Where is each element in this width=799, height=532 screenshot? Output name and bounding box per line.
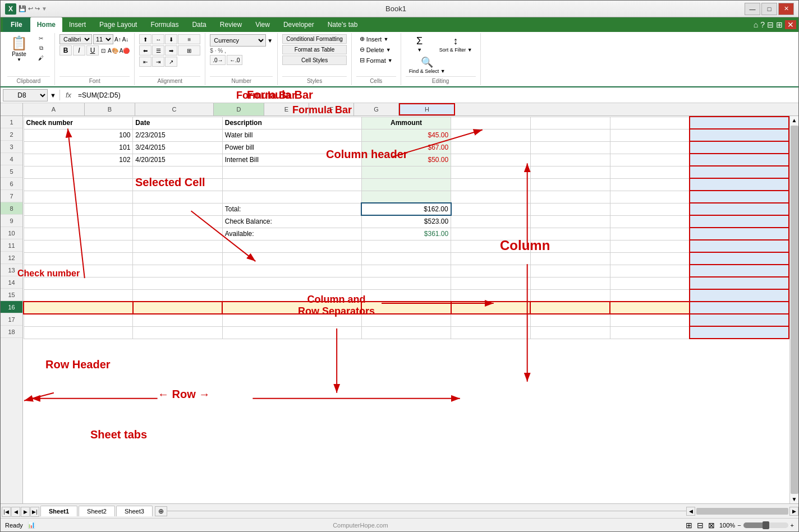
cell-d2[interactable]: $45.00	[361, 129, 451, 141]
cell-c3[interactable]: Power bill	[222, 141, 361, 154]
zoom-minus-btn[interactable]: −	[737, 522, 741, 529]
find-select-btn[interactable]: 🔍 Find & Select ▼	[406, 55, 449, 75]
cell-f1[interactable]	[530, 117, 610, 129]
font-size-select[interactable]: 11	[93, 34, 113, 44]
horizontal-scrollbar[interactable]: ◀ ▶	[686, 507, 798, 516]
row-num-3[interactable]: 3	[1, 141, 22, 153]
minimize-ribbon-icon[interactable]: ⊟	[767, 20, 774, 29]
formula-input[interactable]	[76, 90, 796, 100]
cell-e3[interactable]	[451, 141, 531, 154]
cell-h8[interactable]	[690, 203, 789, 215]
cell-g14[interactable]	[610, 277, 690, 289]
number-format-select[interactable]: Currency General Number Percentage	[210, 34, 266, 47]
sheet-nav-next[interactable]: ▶	[21, 507, 30, 517]
question-icon[interactable]: ?	[760, 20, 765, 29]
cell-d4[interactable]: $50.00	[361, 154, 451, 166]
cell-e15[interactable]	[451, 289, 531, 302]
cell-b18[interactable]	[133, 326, 222, 339]
row-num-2[interactable]: 2	[1, 128, 22, 141]
cell-e12[interactable]	[451, 252, 531, 265]
cell-a11[interactable]	[24, 240, 133, 252]
cell-g7[interactable]	[610, 191, 690, 203]
scroll-down-btn[interactable]: ▼	[791, 495, 798, 503]
cell-h14[interactable]	[690, 277, 789, 289]
font-color-btn[interactable]: A🔴	[120, 48, 130, 54]
cell-h17[interactable]	[690, 314, 789, 326]
cell-styles-btn[interactable]: Cell Styles	[282, 55, 347, 65]
col-header-c[interactable]: C	[135, 103, 214, 115]
cell-b12[interactable]	[133, 252, 222, 265]
tab-insert[interactable]: Insert	[62, 17, 93, 32]
cell-c9[interactable]: Check Balance:	[222, 215, 361, 228]
cell-d1[interactable]: Ammount	[361, 117, 451, 129]
align-center-btn[interactable]: ☰	[152, 45, 164, 55]
insert-cells-btn[interactable]: ⊕ Insert ▼	[356, 34, 396, 44]
cell-a16[interactable]	[24, 302, 133, 314]
row-num-16[interactable]: 16	[1, 301, 22, 313]
cell-c4[interactable]: Internet Bill	[222, 154, 361, 166]
number-format-arrow[interactable]: ▼	[267, 38, 273, 44]
cell-h4[interactable]	[690, 154, 789, 166]
border-btn[interactable]: ⊡	[101, 48, 105, 54]
cell-f12[interactable]	[530, 252, 610, 265]
cell-e4[interactable]	[451, 154, 531, 166]
cell-h12[interactable]	[690, 252, 789, 265]
cell-c2[interactable]: Water bill	[222, 129, 361, 141]
cell-c11[interactable]	[222, 240, 361, 252]
delete-cells-btn[interactable]: ⊖ Delete ▼	[356, 45, 396, 54]
tab-nates[interactable]: Nate's tab	[321, 17, 365, 32]
zoom-slider-thumb[interactable]	[763, 521, 769, 529]
cell-h1[interactable]	[690, 117, 789, 129]
cell-c6[interactable]	[222, 178, 361, 191]
cell-g16[interactable]	[610, 302, 690, 314]
cell-h5[interactable]	[690, 166, 789, 178]
cell-h10[interactable]	[690, 228, 789, 240]
tab-formulas[interactable]: Formulas	[144, 17, 185, 32]
redo-quick-btn[interactable]: ↪	[35, 5, 40, 12]
cell-a12[interactable]	[24, 252, 133, 265]
cut-button[interactable]: ✂	[32, 34, 50, 43]
cell-a5[interactable]	[24, 166, 133, 178]
align-bottom-btn[interactable]: ⬇	[165, 34, 177, 44]
decrease-font-btn[interactable]: A↓	[122, 36, 129, 43]
tab-developer[interactable]: Developer	[277, 17, 321, 32]
cell-b3[interactable]: 3/24/2015	[133, 141, 222, 154]
cell-a1[interactable]: Check number	[24, 117, 133, 129]
cell-b4[interactable]: 4/20/2015	[133, 154, 222, 166]
cell-a14[interactable]	[24, 277, 133, 289]
cell-d17[interactable]	[361, 314, 451, 326]
cell-c13[interactable]	[222, 265, 361, 277]
row-num-5[interactable]: 5	[1, 165, 22, 178]
cell-g5[interactable]	[610, 166, 690, 178]
cell-c1[interactable]: Description	[222, 117, 361, 129]
scroll-thumb[interactable]	[791, 126, 798, 494]
orientation-btn[interactable]: ↗	[165, 57, 177, 67]
cell-g15[interactable]	[610, 289, 690, 302]
sheet-tab-1[interactable]: Sheet1	[40, 506, 77, 516]
cell-f11[interactable]	[530, 240, 610, 252]
row-num-11[interactable]: 11	[1, 239, 22, 252]
cell-c17[interactable]	[222, 314, 361, 326]
cell-e2[interactable]	[451, 129, 531, 141]
cell-b15[interactable]	[133, 289, 222, 302]
close-ribbon-icon[interactable]: ✕	[785, 20, 796, 29]
cell-e8[interactable]	[451, 203, 531, 215]
cell-h7[interactable]	[690, 191, 789, 203]
decimal-decrease-btn[interactable]: ←.0	[227, 55, 242, 65]
cell-f13[interactable]	[530, 265, 610, 277]
sheet-tab-2[interactable]: Sheet2	[79, 506, 115, 516]
italic-button[interactable]: I	[73, 45, 85, 55]
cell-g18[interactable]	[610, 326, 690, 339]
cell-d14[interactable]	[361, 277, 451, 289]
close-button[interactable]: ✕	[778, 3, 794, 15]
cell-b17[interactable]	[133, 314, 222, 326]
tab-review[interactable]: Review	[213, 17, 249, 32]
cell-d18[interactable]	[361, 326, 451, 339]
conditional-formatting-btn[interactable]: Conditional Formatting	[282, 34, 347, 44]
col-header-h[interactable]: H	[399, 103, 455, 115]
cell-a2[interactable]: 100	[24, 129, 133, 141]
cell-a18[interactable]	[24, 326, 133, 339]
cell-g3[interactable]	[610, 141, 690, 154]
cell-c15[interactable]	[222, 289, 361, 302]
cell-b5[interactable]	[133, 166, 222, 178]
